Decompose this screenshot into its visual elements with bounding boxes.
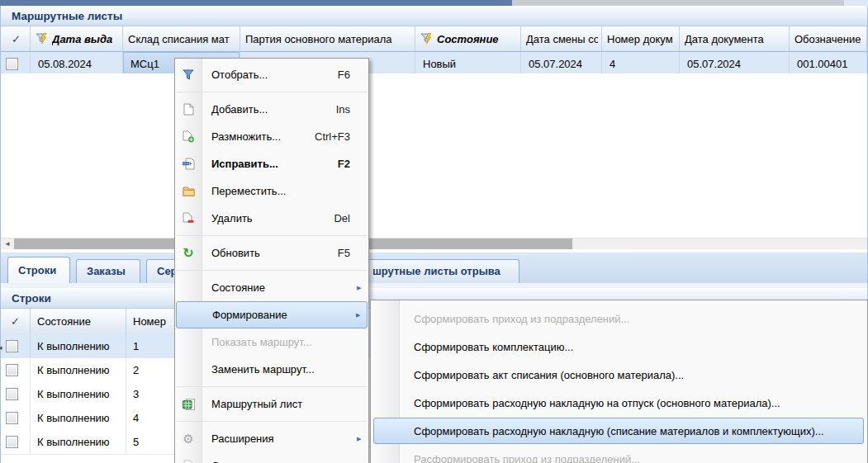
column-label: Дата смены сос — [526, 33, 598, 45]
select-all-icon: ✓ — [6, 33, 26, 45]
add-icon — [175, 103, 202, 116]
column-header-state[interactable]: Состояние — [415, 26, 521, 51]
column-label: Номер докум — [607, 33, 673, 45]
menu-item-state[interactable]: Состояние ▶ — [175, 274, 368, 301]
menu-item-formation[interactable]: Формирование ▶ — [176, 301, 368, 328]
refresh-icon: ↻ — [175, 247, 202, 260]
grid-empty-area — [1, 73, 867, 239]
cell-state: К выполнению — [31, 430, 126, 454]
links-icon — [175, 460, 202, 463]
submenu-arrow-icon: ▶ — [356, 312, 368, 319]
cell-doc-number: 4 — [602, 52, 680, 75]
menu-separator — [175, 232, 368, 239]
app-window: Маршрутные листы ✓ Дата выда Склад списа… — [0, 0, 868, 463]
detail-tabstrip: Строки Заказы Сер шрутные листы отрыва — [1, 253, 867, 284]
filter-applied-icon — [420, 33, 434, 45]
menu-item-duplicate[interactable]: Размножить... Ctrl+F3 — [175, 123, 368, 150]
column-header-doc-date[interactable]: Дата документа — [680, 26, 790, 51]
submenu-arrow-icon: ▶ — [357, 436, 368, 442]
row-checkbox[interactable] — [6, 436, 18, 448]
scroll-left-mini-icon[interactable]: ◂ — [0, 343, 2, 352]
edit-icon — [175, 158, 202, 170]
cell-date-issued: 05.08.2024 — [31, 52, 123, 75]
submenu-item-form-issue-invoice[interactable]: Сформировать расходную накладную на отпу… — [371, 389, 867, 417]
row-checkbox[interactable] — [6, 340, 18, 352]
menu-item-show-route[interactable]: Показать маршрут... — [175, 328, 368, 356]
column-label: Партия основного материала — [245, 33, 392, 45]
duplicate-icon — [175, 130, 202, 143]
table-row[interactable]: 05.08.2024 МСц1 Новый 05.07.2024 4 05.07… — [1, 52, 867, 76]
route-sheets-panel: Маршрутные листы ✓ Дата выда Склад списа… — [0, 6, 868, 250]
select-all-icon: ✓ — [1, 315, 30, 328]
menu-separator — [175, 383, 368, 390]
filter-icon — [175, 69, 202, 80]
column-label: Дата выда — [52, 33, 112, 45]
column-label: Обозначение — [794, 33, 861, 45]
row-checkbox[interactable] — [6, 412, 18, 424]
filter-applied-icon — [36, 33, 49, 45]
submenu-item-form-kitting[interactable]: Сформировать комплектацию... — [371, 333, 867, 361]
submenu-arrow-icon: ▶ — [357, 285, 368, 291]
menu-item-delete[interactable]: Удалить Del — [175, 205, 368, 232]
menu-separator — [175, 267, 368, 274]
submenu-item-form-receipt[interactable]: Сформировать приход из подразделений... — [371, 305, 867, 333]
column-header-date-issued[interactable]: Дата выда — [31, 26, 123, 51]
horizontal-scrollbar[interactable]: ◄ — [1, 238, 867, 249]
gear-icon: ⚙ — [175, 432, 202, 445]
column-header-state[interactable]: Состояние — [31, 309, 126, 334]
cell-state: Новый — [415, 52, 521, 75]
route-sheets-panel-title: Маршрутные листы — [1, 6, 867, 26]
menu-item-links[interactable]: Связи ▶ — [175, 452, 368, 463]
tab-stroki[interactable]: Строки — [7, 257, 70, 283]
menu-item-edit[interactable]: Исправить... F2 — [175, 150, 368, 177]
column-header-state-date[interactable]: Дата смены сос — [521, 26, 602, 51]
cell-state-date: 05.07.2024 — [521, 52, 602, 75]
row-checkbox[interactable] — [6, 58, 18, 70]
top-strip-middle — [512, 0, 844, 6]
scroll-left-icon[interactable]: ◄ — [1, 239, 14, 249]
menu-separator — [175, 418, 368, 425]
column-label: Склад списания мат — [128, 33, 230, 45]
cell-state: К выполнению — [31, 358, 126, 382]
row-checkbox[interactable] — [6, 364, 18, 376]
menu-item-replace-route[interactable]: Заменить маршрут... — [175, 356, 368, 383]
top-strip-right — [844, 0, 868, 6]
column-header-warehouse[interactable]: Склад списания мат — [123, 26, 240, 51]
submenu-item-unform-receipt[interactable]: Расформировать приход из подразделений..… — [371, 445, 867, 463]
cell-designation: 001.00401 — [790, 52, 867, 75]
top-strip-left — [0, 0, 512, 6]
tab-route-sheets-tear-off[interactable]: шрутные листы отрыва — [364, 259, 519, 283]
menu-item-route-sheet[interactable]: Маршрутный лист — [175, 390, 368, 418]
menu-item-select[interactable]: Отобрать... F6 — [175, 61, 368, 88]
cell-state: К выполнению — [31, 406, 126, 430]
menu-item-move[interactable]: Переместить... — [175, 177, 368, 205]
menu-item-extensions[interactable]: ⚙ Расширения ▶ — [175, 425, 368, 452]
column-label: Дата документа — [685, 33, 764, 45]
column-label: Состояние — [437, 33, 499, 45]
cell-doc-date: 05.07.2024 — [680, 52, 790, 75]
column-header-batch[interactable]: Партия основного материала — [240, 26, 415, 51]
formation-submenu: Сформировать приход из подразделений... … — [370, 300, 868, 463]
move-folder-icon — [175, 186, 202, 196]
cell-state: К выполнению — [31, 382, 126, 406]
route-sheets-grid-header: ✓ Дата выда Склад списания мат Партия ос… — [1, 26, 867, 52]
cell-state: К выполнению — [31, 334, 126, 358]
submenu-item-form-writeoff-invoice[interactable]: Сформировать расходную накладную (списан… — [373, 417, 864, 445]
menu-item-add[interactable]: Добавить... Ins — [175, 96, 368, 123]
submenu-item-form-writeoff-act[interactable]: Сформировать акт списания (основного мат… — [371, 361, 867, 389]
delete-icon — [175, 212, 202, 224]
menu-item-refresh[interactable]: ↻ Обновить F5 — [175, 239, 368, 267]
column-header-doc-number[interactable]: Номер докум — [602, 26, 680, 51]
row-checkbox-cell — [1, 52, 31, 75]
row-checkbox[interactable] — [6, 388, 18, 400]
context-menu: Отобрать... F6 Добавить... Ins Размножит… — [174, 58, 369, 463]
tab-zakazy[interactable]: Заказы — [76, 259, 140, 283]
column-header-checkbox[interactable]: ✓ — [1, 26, 31, 51]
column-header-checkbox[interactable]: ✓ — [1, 309, 31, 334]
menu-separator — [175, 88, 368, 96]
route-sheet-icon — [175, 399, 202, 410]
column-header-designation[interactable]: Обозначение — [790, 26, 867, 51]
